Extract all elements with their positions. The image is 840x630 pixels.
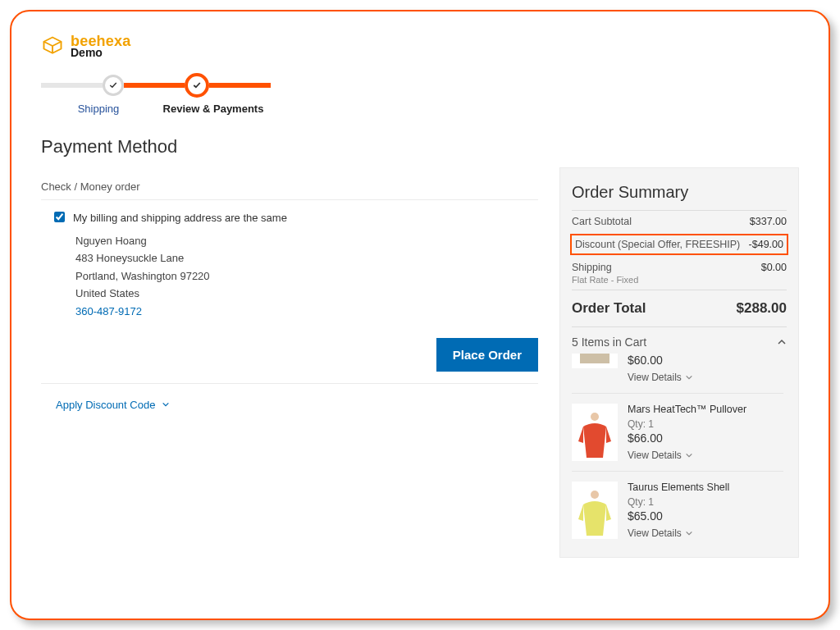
view-details-link[interactable]: View Details	[628, 527, 783, 539]
svg-point-2	[591, 491, 599, 499]
total-value: $288.00	[737, 300, 787, 317]
shipping-label: Shipping	[572, 262, 612, 273]
check-icon	[192, 80, 202, 90]
payment-method-title: Payment Method	[41, 136, 799, 158]
logo-icon	[41, 34, 64, 57]
step-label-review: Review & Payments	[156, 103, 271, 115]
place-order-button[interactable]: Place Order	[436, 338, 538, 372]
discount-value: -$49.00	[749, 239, 783, 250]
item-thumb	[572, 404, 618, 461]
subtotal-label: Cart Subtotal	[572, 216, 632, 227]
total-label: Order Total	[572, 300, 646, 317]
item-name: Mars HeatTech™ Pullover	[628, 404, 783, 415]
step-label-shipping[interactable]: Shipping	[41, 103, 156, 115]
addr-name: Nguyen Hoang	[75, 232, 538, 249]
cart-items-list[interactable]: $60.00 View Details Mars HeatTech	[572, 354, 787, 549]
page-card: beehexa Demo Shipping Review & Payments …	[10, 10, 830, 620]
item-thumb	[572, 354, 618, 368]
svg-point-1	[591, 413, 599, 421]
subtotal-value: $337.00	[750, 216, 787, 227]
step-shipping[interactable]	[103, 75, 124, 96]
check-icon	[108, 80, 118, 90]
shipping-value: $0.00	[761, 262, 787, 273]
payment-method-value: Check / Money order	[41, 167, 538, 200]
item-qty: Qty: 1	[628, 418, 783, 430]
item-price: $65.00	[628, 509, 783, 523]
addr-street: 483 Honeysuckle Lane	[75, 249, 538, 267]
item-qty: Qty: 1	[628, 496, 783, 508]
chevron-down-icon	[685, 529, 693, 537]
order-summary: Order Summary Cart Subtotal $337.00 Disc…	[559, 167, 799, 558]
apply-discount-label: Apply Discount Code	[56, 399, 155, 411]
list-item: Mars HeatTech™ Pullover Qty: 1 $66.00 Vi…	[572, 393, 783, 471]
item-name: Taurus Elements Shell	[628, 482, 783, 493]
view-details-link[interactable]: View Details	[628, 450, 783, 461]
item-price: $66.00	[628, 431, 783, 445]
cart-items-toggle[interactable]: 5 Items in Cart	[572, 326, 787, 354]
chevron-down-icon	[685, 373, 693, 381]
discount-label: Discount (Special Offer, FREESHIP)	[575, 239, 740, 250]
same-address-label[interactable]: My billing and shipping address are the …	[73, 212, 287, 224]
brand-sub: Demo	[71, 48, 130, 58]
chevron-down-icon	[685, 451, 693, 459]
apply-discount-toggle[interactable]: Apply Discount Code	[41, 384, 538, 411]
chevron-up-icon	[777, 337, 787, 347]
step-review[interactable]	[185, 73, 209, 98]
summary-title: Order Summary	[572, 183, 787, 202]
view-details-link[interactable]: View Details	[628, 372, 783, 383]
list-item: $60.00 View Details	[572, 354, 783, 393]
billing-address: Nguyen Hoang 483 Honeysuckle Lane Portla…	[41, 227, 538, 320]
svg-rect-0	[580, 354, 609, 363]
brand-logo: beehexa Demo	[41, 34, 799, 58]
shipping-method: Flat Rate - Fixed	[572, 275, 787, 285]
addr-city: Portland, Washington 97220	[75, 267, 538, 285]
same-address-checkbox[interactable]	[54, 212, 65, 222]
addr-country: United States	[75, 285, 538, 302]
addr-phone[interactable]: 360-487-9172	[75, 303, 538, 320]
chevron-down-icon	[162, 400, 170, 409]
checkout-stepper	[41, 73, 271, 98]
discount-row: Discount (Special Offer, FREESHIP) -$49.…	[570, 234, 788, 255]
cart-count: 5 Items in Cart	[572, 336, 646, 349]
item-price: $60.00	[628, 354, 783, 367]
item-thumb	[572, 482, 618, 539]
list-item: Taurus Elements Shell Qty: 1 $65.00 View…	[572, 471, 783, 549]
